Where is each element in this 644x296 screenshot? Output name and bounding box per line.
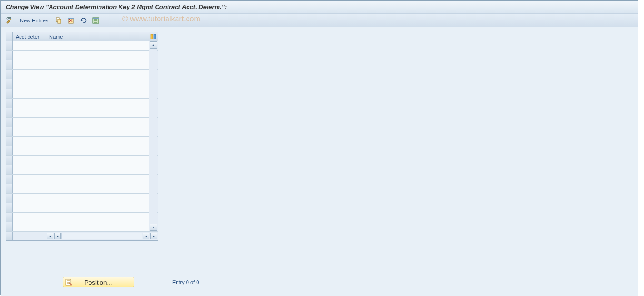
cell-name[interactable]: [46, 165, 149, 174]
cell-name[interactable]: [46, 184, 149, 193]
cell-name[interactable]: [46, 137, 149, 146]
row-selector[interactable]: [6, 203, 13, 212]
table-row: [6, 118, 158, 127]
cell-name[interactable]: [46, 99, 149, 108]
cell-name[interactable]: [46, 108, 149, 117]
table-row: [6, 194, 158, 203]
row-selector[interactable]: [6, 51, 13, 60]
toolbar: New Entries: [1, 14, 638, 27]
copy-as-button[interactable]: [54, 16, 63, 25]
row-selector[interactable]: [6, 99, 13, 108]
cell-acct-deter[interactable]: [13, 89, 46, 98]
table-settings-button[interactable]: [149, 32, 158, 41]
change-display-button[interactable]: [5, 16, 14, 25]
footer: Position... Entry 0 of 0: [63, 277, 199, 287]
cell-acct-deter[interactable]: [13, 51, 46, 60]
column-header-name[interactable]: Name: [46, 32, 149, 41]
cell-acct-deter[interactable]: [13, 156, 46, 165]
cell-acct-deter[interactable]: [13, 165, 46, 174]
table-row: [6, 222, 158, 232]
cell-name[interactable]: [46, 41, 149, 50]
triangle-down-icon: ▾: [152, 225, 154, 229]
table-body: [6, 41, 158, 232]
app-window: Change View "Account Determination Key 2…: [0, 0, 638, 295]
cell-name[interactable]: [46, 51, 149, 60]
row-selector[interactable]: [6, 118, 13, 127]
cell-acct-deter[interactable]: [13, 137, 46, 146]
row-selector[interactable]: [6, 137, 13, 146]
cell-acct-deter[interactable]: [13, 203, 46, 212]
scroll-right-button[interactable]: ▸: [150, 233, 157, 239]
row-selector[interactable]: [6, 175, 13, 184]
content-area: Acct deter Name ▴ ▾: [1, 27, 638, 296]
cell-acct-deter[interactable]: [13, 194, 46, 203]
select-all-rows[interactable]: [6, 32, 13, 41]
row-selector[interactable]: [6, 165, 13, 174]
cell-name[interactable]: [46, 146, 149, 155]
table-row: [6, 60, 158, 70]
select-all-button[interactable]: [91, 16, 100, 25]
scroll-up-button[interactable]: ▴: [150, 41, 157, 49]
row-selector[interactable]: [6, 89, 13, 98]
cell-acct-deter[interactable]: [13, 222, 46, 231]
cell-name[interactable]: [46, 213, 149, 222]
row-selector[interactable]: [6, 60, 13, 69]
hscroll-corner: [6, 232, 13, 240]
cell-name[interactable]: [46, 70, 149, 79]
position-button[interactable]: Position...: [63, 277, 134, 287]
table-row: [6, 165, 158, 175]
row-selector[interactable]: [6, 194, 13, 203]
row-selector[interactable]: [6, 184, 13, 193]
column-header-acct-deter[interactable]: Acct deter: [13, 32, 46, 41]
cell-acct-deter[interactable]: [13, 70, 46, 79]
delete-button[interactable]: [66, 16, 76, 25]
cell-acct-deter[interactable]: [13, 99, 46, 108]
triangle-right-icon: ▸: [153, 234, 155, 238]
cell-name[interactable]: [46, 222, 149, 231]
cell-acct-deter[interactable]: [13, 146, 46, 155]
table-row: [6, 137, 158, 146]
cell-name[interactable]: [46, 127, 149, 136]
cell-acct-deter[interactable]: [13, 79, 46, 89]
cell-name[interactable]: [46, 60, 149, 69]
table-row: [6, 99, 158, 108]
cell-name[interactable]: [46, 118, 149, 127]
cell-acct-deter[interactable]: [13, 118, 46, 127]
cell-acct-deter[interactable]: [13, 60, 46, 69]
scroll-left-button[interactable]: ◂: [47, 233, 53, 239]
cell-name[interactable]: [46, 89, 149, 98]
svg-rect-5: [68, 18, 74, 19]
scroll-left-end-button[interactable]: ◂: [143, 233, 149, 239]
scroll-down-button[interactable]: ▾: [150, 224, 157, 231]
svg-rect-8: [151, 34, 153, 39]
cell-name[interactable]: [46, 194, 149, 203]
cell-name[interactable]: [46, 79, 149, 89]
cell-acct-deter[interactable]: [13, 213, 46, 222]
cell-acct-deter[interactable]: [13, 41, 46, 50]
table-row: [6, 89, 158, 99]
row-selector[interactable]: [6, 79, 13, 89]
row-selector[interactable]: [6, 127, 13, 136]
row-selector[interactable]: [6, 156, 13, 165]
cell-acct-deter[interactable]: [13, 175, 46, 184]
new-entries-button[interactable]: New Entries: [17, 17, 51, 24]
position-button-label: Position...: [84, 279, 112, 286]
cell-acct-deter[interactable]: [13, 184, 46, 193]
triangle-up-icon: ▴: [152, 43, 154, 47]
row-selector[interactable]: [6, 41, 13, 50]
row-selector[interactable]: [6, 146, 13, 155]
row-selector[interactable]: [6, 70, 13, 79]
row-selector[interactable]: [6, 213, 13, 222]
svg-rect-9: [154, 34, 156, 39]
cell-name[interactable]: [46, 175, 149, 184]
hscroll-track[interactable]: [61, 233, 142, 239]
cell-name[interactable]: [46, 156, 149, 165]
row-selector[interactable]: [6, 108, 13, 117]
cell-name[interactable]: [46, 203, 149, 212]
vertical-scrollbar: ▴ ▾: [149, 41, 157, 231]
undo-change-button[interactable]: [79, 16, 88, 25]
row-selector[interactable]: [6, 222, 13, 231]
scroll-right-inner-button[interactable]: ▸: [54, 233, 61, 239]
cell-acct-deter[interactable]: [13, 127, 46, 136]
cell-acct-deter[interactable]: [13, 108, 46, 117]
